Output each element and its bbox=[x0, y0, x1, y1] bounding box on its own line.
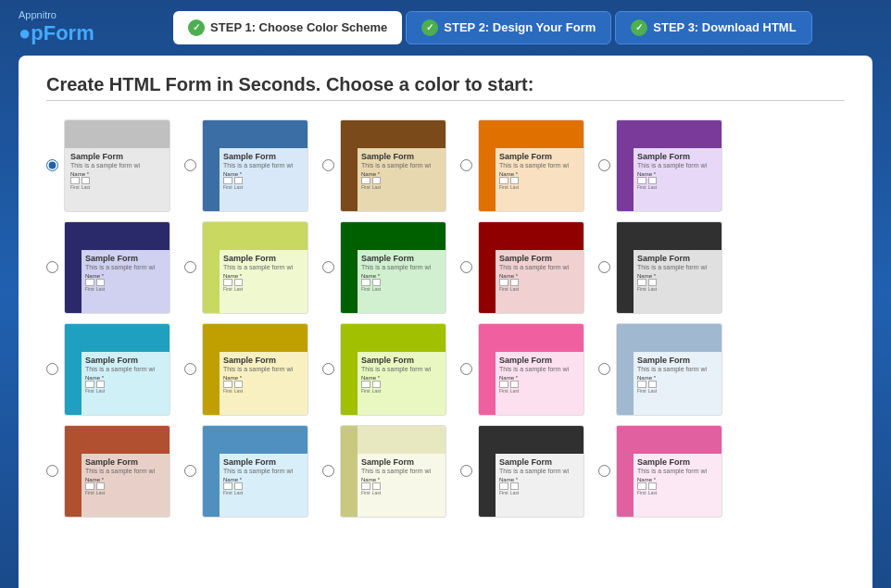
preview-19[interactable]: Sample Form This is a sample form wi Nam… bbox=[616, 425, 722, 518]
radio-15[interactable] bbox=[46, 465, 58, 477]
preview-11[interactable]: Sample Form This is a sample form wi Nam… bbox=[202, 323, 308, 416]
radio-18[interactable] bbox=[460, 465, 472, 477]
color-row-2: Sample Form This is a sample form wi Nam… bbox=[46, 221, 845, 314]
color-option-7[interactable]: Sample Form This is a sample form wi Nam… bbox=[322, 221, 446, 314]
color-scheme-grid: Sample Form This is a sample form wi Nam… bbox=[46, 119, 845, 518]
color-option-5[interactable]: Sample Form This is a sample form wi Nam… bbox=[46, 221, 170, 314]
color-option-9[interactable]: Sample Form This is a sample form wi Nam… bbox=[598, 221, 722, 314]
preview-0[interactable]: Sample Form This is a sample form wi Nam… bbox=[64, 119, 170, 212]
radio-11[interactable] bbox=[184, 363, 196, 375]
preview-9[interactable]: Sample Form This is a sample form wi Nam… bbox=[616, 221, 722, 314]
preview-7[interactable]: Sample Form This is a sample form wi Nam… bbox=[340, 221, 446, 314]
preview-4[interactable]: Sample Form This is a sample form wi Nam… bbox=[616, 119, 722, 212]
radio-10[interactable] bbox=[46, 363, 58, 375]
color-option-0[interactable]: Sample Form This is a sample form wi Nam… bbox=[46, 119, 170, 212]
step2-label: STEP 2: Design Your Form bbox=[444, 20, 596, 34]
radio-3[interactable] bbox=[460, 159, 472, 171]
color-option-17[interactable]: Sample Form This is a sample form wi Nam… bbox=[322, 425, 446, 518]
preview-3[interactable]: Sample Form This is a sample form wi Nam… bbox=[478, 119, 584, 212]
preview-5[interactable]: Sample Form This is a sample form wi Nam… bbox=[64, 221, 170, 314]
logo-pform: ●pForm bbox=[19, 21, 94, 45]
app-logo: Appnitro ●pForm bbox=[19, 9, 94, 46]
color-option-14[interactable]: Sample Form This is a sample form wi Nam… bbox=[598, 323, 722, 416]
color-row-3: Sample Form This is a sample form wi Nam… bbox=[46, 323, 845, 416]
radio-7[interactable] bbox=[322, 261, 334, 273]
radio-14[interactable] bbox=[598, 363, 610, 375]
preview-1[interactable]: Sample Form This is a sample form wi Nam… bbox=[202, 119, 308, 212]
color-row-4: Sample Form This is a sample form wi Nam… bbox=[46, 425, 845, 518]
logo-appnitro: Appnitro bbox=[19, 9, 94, 21]
radio-12[interactable] bbox=[322, 363, 334, 375]
steps-navigation: ✓ STEP 1: Choose Color Scheme ✓ STEP 2: … bbox=[113, 11, 872, 44]
preview-6[interactable]: Sample Form This is a sample form wi Nam… bbox=[202, 221, 308, 314]
step1-icon: ✓ bbox=[188, 19, 205, 36]
title-divider bbox=[46, 100, 845, 101]
radio-19[interactable] bbox=[598, 465, 610, 477]
color-option-19[interactable]: Sample Form This is a sample form wi Nam… bbox=[598, 425, 722, 518]
color-option-18[interactable]: Sample Form This is a sample form wi Nam… bbox=[460, 425, 584, 518]
color-option-2[interactable]: Sample Form This is a sample form wi Nam… bbox=[322, 119, 446, 212]
color-row-1: Sample Form This is a sample form wi Nam… bbox=[46, 119, 845, 212]
preview-15[interactable]: Sample Form This is a sample form wi Nam… bbox=[64, 425, 170, 518]
preview-18[interactable]: Sample Form This is a sample form wi Nam… bbox=[478, 425, 584, 518]
step1-label: STEP 1: Choose Color Scheme bbox=[210, 20, 387, 34]
preview-17[interactable]: Sample Form This is a sample form wi Nam… bbox=[340, 425, 446, 518]
color-option-1[interactable]: Sample Form This is a sample form wi Nam… bbox=[184, 119, 308, 212]
preview-12[interactable]: Sample Form This is a sample form wi Nam… bbox=[340, 323, 446, 416]
preview-13[interactable]: Sample Form This is a sample form wi Nam… bbox=[478, 323, 584, 416]
page-title: Create HTML Form in Seconds. Choose a co… bbox=[46, 74, 845, 95]
preview-16[interactable]: Sample Form This is a sample form wi Nam… bbox=[202, 425, 308, 518]
step2-icon: ✓ bbox=[421, 19, 438, 36]
radio-13[interactable] bbox=[460, 363, 472, 375]
step3-icon: ✓ bbox=[631, 19, 647, 36]
color-option-10[interactable]: Sample Form This is a sample form wi Nam… bbox=[46, 323, 170, 416]
color-option-3[interactable]: Sample Form This is a sample form wi Nam… bbox=[460, 119, 584, 212]
radio-4[interactable] bbox=[598, 159, 610, 171]
radio-8[interactable] bbox=[460, 261, 472, 273]
radio-5[interactable] bbox=[46, 261, 58, 273]
preview-2[interactable]: Sample Form This is a sample form wi Nam… bbox=[340, 119, 446, 212]
main-content: Create HTML Form in Seconds. Choose a co… bbox=[19, 56, 872, 588]
step2-button[interactable]: ✓ STEP 2: Design Your Form bbox=[406, 11, 611, 44]
radio-2[interactable] bbox=[322, 159, 334, 171]
preview-title-0: Sample Form bbox=[70, 152, 164, 161]
radio-16[interactable] bbox=[184, 465, 196, 477]
color-option-11[interactable]: Sample Form This is a sample form wi Nam… bbox=[184, 323, 308, 416]
preview-10[interactable]: Sample Form This is a sample form wi Nam… bbox=[64, 323, 170, 416]
logo-dot-icon: ● bbox=[19, 21, 31, 44]
color-option-6[interactable]: Sample Form This is a sample form wi Nam… bbox=[184, 221, 308, 314]
color-option-16[interactable]: Sample Form This is a sample form wi Nam… bbox=[184, 425, 308, 518]
color-option-15[interactable]: Sample Form This is a sample form wi Nam… bbox=[46, 425, 170, 518]
radio-9[interactable] bbox=[598, 261, 610, 273]
color-option-8[interactable]: Sample Form This is a sample form wi Nam… bbox=[460, 221, 584, 314]
preview-8[interactable]: Sample Form This is a sample form wi Nam… bbox=[478, 221, 584, 314]
color-option-4[interactable]: Sample Form This is a sample form wi Nam… bbox=[598, 119, 722, 212]
radio-1[interactable] bbox=[184, 159, 196, 171]
app-header: Appnitro ●pForm ✓ STEP 1: Choose Color S… bbox=[0, 0, 891, 56]
step3-button[interactable]: ✓ STEP 3: Download HTML bbox=[615, 11, 811, 44]
step1-button[interactable]: ✓ STEP 1: Choose Color Scheme bbox=[173, 11, 402, 44]
color-option-12[interactable]: Sample Form This is a sample form wi Nam… bbox=[322, 323, 446, 416]
preview-14[interactable]: Sample Form This is a sample form wi Nam… bbox=[616, 323, 722, 416]
color-option-13[interactable]: Sample Form This is a sample form wi Nam… bbox=[460, 323, 584, 416]
radio-17[interactable] bbox=[322, 465, 334, 477]
radio-6[interactable] bbox=[184, 261, 196, 273]
preview-desc-0: This is a sample form wi bbox=[70, 162, 164, 169]
step3-label: STEP 3: Download HTML bbox=[653, 20, 796, 34]
radio-0[interactable] bbox=[46, 159, 58, 171]
